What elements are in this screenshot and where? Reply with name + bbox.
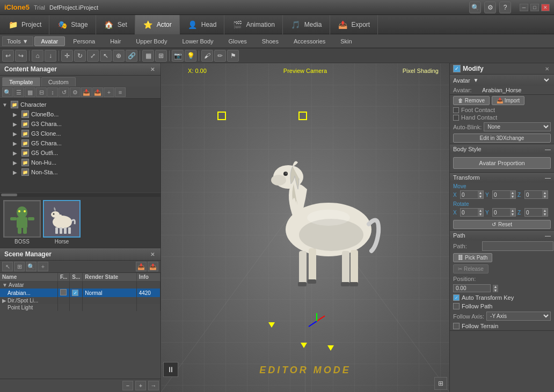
move-y-down[interactable]: ▼ bbox=[510, 195, 515, 198]
move-y-up[interactable]: ▲ bbox=[510, 191, 515, 195]
vp-corner-btn[interactable]: ⊞ bbox=[434, 377, 447, 390]
vp-play-btn[interactable]: ⏸ bbox=[163, 362, 178, 377]
close-button[interactable]: ✕ bbox=[541, 4, 550, 11]
edit-3dx-button[interactable]: Edit in 3DXchange bbox=[453, 134, 551, 143]
scale-icon[interactable]: ⤢ bbox=[87, 50, 99, 62]
tree-scrollbar[interactable] bbox=[0, 193, 161, 197]
follow-axis-select[interactable]: -Y Axis bbox=[486, 312, 551, 321]
view1-icon[interactable]: ▦ bbox=[142, 50, 154, 62]
move-z-up[interactable]: ▲ bbox=[542, 191, 548, 195]
follow-path-checkbox[interactable] bbox=[453, 303, 460, 309]
sm-add-btn[interactable]: + bbox=[135, 381, 146, 390]
tab-accessories[interactable]: Accessories bbox=[287, 36, 332, 46]
camera-icon[interactable]: 📷 bbox=[172, 50, 184, 62]
move-x-up[interactable]: ▲ bbox=[478, 191, 483, 195]
nav-stage[interactable]: 🎭 Stage bbox=[49, 15, 96, 34]
foot-contact-checkbox[interactable] bbox=[453, 107, 459, 113]
minimize-button[interactable]: ─ bbox=[520, 4, 528, 11]
cm-tab-custom[interactable]: Custom bbox=[41, 77, 76, 86]
sm-group-icon[interactable]: ⊞ bbox=[14, 262, 25, 271]
tree-nonhu[interactable]: ▶ 📁 Non-Hu... bbox=[0, 158, 161, 167]
tree-g5outfit[interactable]: ▶ 📁 G5 Outfi... bbox=[0, 148, 161, 158]
nav-head[interactable]: 👤 Head bbox=[180, 15, 225, 34]
nav-actor[interactable]: ⭐ Actor bbox=[135, 15, 180, 34]
cm-tab-template[interactable]: Template bbox=[2, 77, 40, 86]
move-x-input[interactable] bbox=[461, 191, 478, 198]
release-button[interactable]: ✂ Release bbox=[453, 264, 489, 273]
auto-blink-select[interactable]: None bbox=[484, 122, 551, 131]
row-s-check[interactable]: ✓ bbox=[72, 290, 78, 296]
sm-select-icon[interactable]: ↖ bbox=[2, 262, 13, 271]
nav-export[interactable]: 📤 Export bbox=[330, 15, 378, 34]
position-up[interactable]: ▲ bbox=[493, 285, 498, 289]
table-row[interactable]: ▶Dir./Spot Li... bbox=[0, 297, 161, 304]
rotate-x-input[interactable] bbox=[461, 209, 478, 216]
tree-clonebo[interactable]: ▶ 📁 CloneBo... bbox=[0, 109, 161, 119]
cm-add-icon[interactable]: + bbox=[104, 87, 114, 97]
search-icon[interactable]: 🔍 bbox=[469, 2, 481, 13]
help-icon[interactable]: ? bbox=[499, 2, 511, 13]
tree-g3chara[interactable]: ▶ 📁 G3 Chara... bbox=[0, 119, 161, 129]
table-row[interactable]: Arabian... ✓ Normal 4420 bbox=[0, 289, 161, 297]
tab-persona[interactable]: Persona bbox=[66, 36, 102, 46]
cm-list-icon[interactable]: ☰ bbox=[13, 87, 24, 97]
cm-filter-icon[interactable]: ⊟ bbox=[36, 87, 47, 97]
hand-contact-checkbox[interactable] bbox=[453, 115, 459, 121]
avatar-section-header[interactable]: Avatar ▼ bbox=[450, 75, 554, 86]
table-row[interactable]: ▼Avatar bbox=[0, 282, 161, 289]
home-icon[interactable]: ⌂ bbox=[32, 50, 43, 62]
transform-icon[interactable]: ⊕ bbox=[113, 50, 125, 62]
redo-icon[interactable]: ↪ bbox=[15, 50, 27, 62]
import-button[interactable]: 📥 Import bbox=[492, 96, 524, 105]
move-z-input[interactable] bbox=[525, 191, 542, 198]
rotate-y-down[interactable]: ▼ bbox=[510, 212, 515, 216]
modify-checkbox[interactable]: ✓ bbox=[453, 65, 461, 72]
tree-character[interactable]: ▼ 📁 Character bbox=[0, 100, 161, 109]
move-z-down[interactable]: ▼ bbox=[542, 195, 548, 198]
body-style-header[interactable]: Body Style — bbox=[450, 144, 554, 154]
select-icon[interactable]: ↖ bbox=[100, 50, 112, 62]
table-row[interactable]: Point Light bbox=[0, 304, 161, 311]
cm-menu-icon[interactable]: ≡ bbox=[115, 87, 126, 97]
pick-path-button[interactable]: 🛤 Pick Path bbox=[453, 253, 492, 262]
position-down[interactable]: ▼ bbox=[493, 289, 498, 292]
sm-arrow-btn[interactable]: → bbox=[148, 381, 159, 390]
tree-nonsta[interactable]: ▶ 📁 Non-Sta... bbox=[0, 167, 161, 177]
tab-upper-body[interactable]: Upper Body bbox=[129, 36, 174, 46]
pick-icon[interactable]: ✏ bbox=[214, 50, 226, 62]
cm-settings-icon[interactable]: ⚙ bbox=[70, 87, 81, 97]
maximize-button[interactable]: □ bbox=[530, 4, 539, 11]
remove-button[interactable]: 🗑 Remove bbox=[453, 96, 490, 105]
modify-close[interactable]: ✕ bbox=[543, 65, 551, 72]
rotate-x-up[interactable]: ▲ bbox=[478, 209, 483, 212]
avatar-proportion-button[interactable]: Avatar Proportion bbox=[453, 157, 551, 169]
path-input[interactable] bbox=[482, 241, 553, 251]
move-icon[interactable]: ✛ bbox=[61, 50, 73, 62]
tab-avatar[interactable]: Avatar bbox=[34, 36, 65, 46]
row-f-check[interactable] bbox=[60, 289, 67, 295]
tab-shoes[interactable]: Shoes bbox=[255, 36, 286, 46]
nav-set[interactable]: 🏠 Set bbox=[96, 15, 135, 34]
content-manager-close[interactable]: ✕ bbox=[149, 65, 156, 73]
cm-grid-icon[interactable]: ▦ bbox=[25, 87, 35, 97]
rotate-z-down[interactable]: ▼ bbox=[542, 212, 548, 216]
move-x-down[interactable]: ▼ bbox=[478, 195, 483, 198]
tab-hair[interactable]: Hair bbox=[103, 36, 128, 46]
viewport[interactable]: X: 0.00 Preview Camera Pixel Shading bbox=[161, 63, 449, 392]
reset-button[interactable]: ↺ Reset bbox=[453, 220, 551, 229]
rotate-y-up[interactable]: ▲ bbox=[510, 209, 515, 212]
follow-terrain-checkbox[interactable] bbox=[453, 323, 460, 329]
sm-export-icon[interactable]: 📤 bbox=[148, 262, 158, 271]
nav-project[interactable]: 📁 Project bbox=[0, 15, 49, 34]
avatar-section-dropdown[interactable]: ▼ bbox=[470, 76, 551, 84]
rotate-z-up[interactable]: ▲ bbox=[542, 209, 548, 212]
position-input[interactable] bbox=[453, 284, 491, 292]
rotate-y-input[interactable] bbox=[493, 209, 510, 216]
transform-header[interactable]: Transform — bbox=[450, 173, 554, 182]
paint-icon[interactable]: 🖌 bbox=[201, 50, 213, 62]
flag-icon[interactable]: ⚑ bbox=[227, 50, 239, 62]
nav-animation[interactable]: 🎬 Animation bbox=[224, 15, 282, 34]
nav-media[interactable]: 🎵 Media bbox=[283, 15, 330, 34]
sm-import-icon[interactable]: 📥 bbox=[136, 262, 147, 271]
down-icon[interactable]: ↓ bbox=[45, 50, 56, 62]
